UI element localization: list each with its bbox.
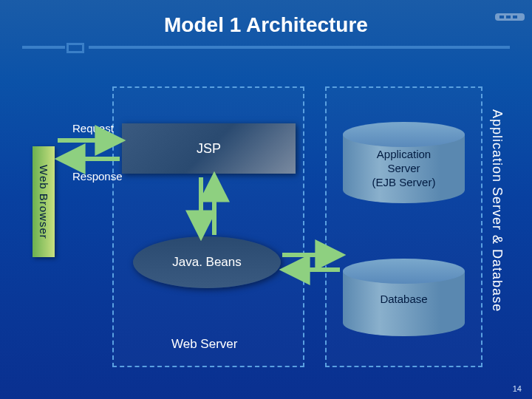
svg-rect-1 <box>499 16 504 18</box>
database-label: Database <box>343 293 465 307</box>
app-server-db-label: Application Server & Database <box>489 109 505 312</box>
web-browser-label: Web Browser <box>33 146 55 257</box>
title-underline <box>22 46 510 53</box>
app-server-line2: Server <box>387 162 420 174</box>
app-server-line3: (EJB Server) <box>372 176 436 188</box>
svg-rect-3 <box>513 16 517 18</box>
request-label: Request <box>72 122 114 134</box>
page-title: Model 1 Architecture <box>0 0 532 37</box>
javabeans-component: Java. Beans <box>133 236 281 288</box>
application-server-cylinder: Application Server (EJB Server) <box>343 122 465 207</box>
svg-rect-2 <box>506 16 511 18</box>
response-label: Response <box>72 170 123 183</box>
jsp-component: JSP <box>122 123 296 174</box>
logo-icon <box>495 7 525 27</box>
page-number: 14 <box>513 384 522 393</box>
database-cylinder: Database <box>343 259 465 340</box>
app-server-line1: Application <box>377 148 431 160</box>
web-server-label: Web Server <box>171 337 237 352</box>
